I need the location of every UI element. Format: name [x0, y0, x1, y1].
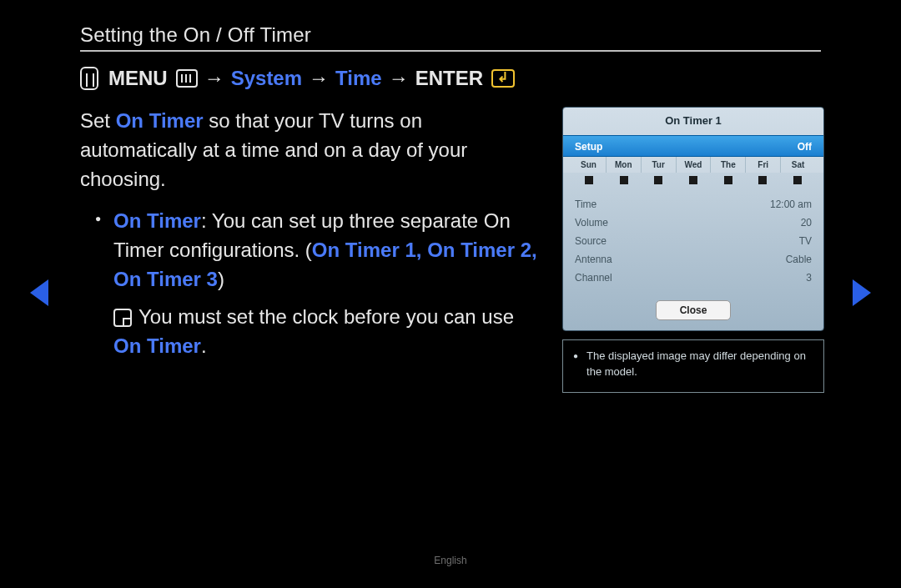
path-system: System: [231, 67, 302, 90]
bullet-text-b: ): [218, 268, 224, 290]
caption-text: The displayed image may differ depending…: [586, 349, 813, 380]
note-icon: [113, 309, 132, 327]
check-icon: [793, 176, 802, 184]
day-header: Mon: [607, 157, 642, 173]
menu-label: MENU: [108, 67, 168, 90]
enter-icon: [491, 69, 515, 88]
path-time: Time: [335, 67, 382, 90]
setup-row[interactable]: Setup Off: [563, 135, 823, 157]
note-pre: You must set the clock before you can us…: [138, 305, 514, 328]
row-label: Volume: [575, 217, 608, 229]
row-volume[interactable]: Volume20: [575, 214, 812, 232]
row-value: 20: [801, 217, 812, 229]
arrow-icon: →: [204, 67, 224, 90]
body-text: Set On Timer so that your TV turns on au…: [80, 107, 537, 393]
day-check[interactable]: [641, 173, 676, 187]
row-label: Time: [575, 199, 596, 210]
row-label: Source: [575, 235, 607, 247]
setup-value: Off: [798, 136, 812, 156]
row-label: Antenna: [575, 254, 612, 265]
day-check[interactable]: [780, 173, 815, 187]
check-icon: [758, 176, 767, 184]
menu-path: MENU → System → Time → ENTER: [80, 67, 821, 90]
day-header: Fri: [746, 157, 781, 173]
row-time[interactable]: Time12:00 am: [575, 195, 812, 214]
menu-grid-icon: [176, 69, 198, 88]
arrow-icon: →: [309, 67, 329, 90]
osd-icon: [80, 67, 98, 90]
row-label: Channel: [575, 272, 612, 284]
day-check[interactable]: [607, 173, 642, 187]
intro-on-timer: On Timer: [116, 109, 204, 132]
page-title: Setting the On / Off Timer: [80, 23, 821, 52]
day-check[interactable]: [676, 173, 711, 187]
bullet-label: On Timer: [113, 209, 201, 232]
row-antenna[interactable]: AntennaCable: [575, 250, 812, 269]
note-on-timer: On Timer: [113, 334, 201, 357]
day-check[interactable]: [571, 173, 607, 187]
row-channel[interactable]: Channel3: [575, 269, 812, 287]
enter-label: ENTER: [415, 67, 483, 90]
day-check[interactable]: [746, 173, 781, 187]
row-value: 3: [806, 272, 812, 284]
language-footer: English: [0, 555, 901, 566]
arrow-icon: →: [389, 67, 409, 90]
day-check[interactable]: [711, 173, 746, 187]
row-source[interactable]: SourceTV: [575, 232, 812, 250]
row-value: 12:00 am: [770, 199, 812, 210]
note-post: .: [201, 334, 207, 357]
bullet-on-timer: On Timer: You can set up three separate …: [95, 207, 537, 294]
row-value: Cable: [786, 254, 812, 265]
check-icon: [585, 176, 593, 184]
days-checks: [563, 173, 823, 192]
note-line: You must set the clock before you can us…: [95, 303, 537, 361]
intro-paragraph: Set On Timer so that your TV turns on au…: [80, 107, 537, 193]
check-icon: [620, 176, 628, 184]
dialog-title: On Timer 1: [563, 108, 823, 135]
image-caption: ● The displayed image may differ dependi…: [562, 339, 824, 393]
on-timer-dialog: On Timer 1 Setup Off Sun Mon Tur Wed The…: [562, 107, 824, 331]
check-icon: [724, 176, 732, 184]
next-page-arrow[interactable]: [853, 279, 871, 306]
close-button[interactable]: Close: [656, 300, 731, 320]
days-header: Sun Mon Tur Wed The Fri Sat: [563, 157, 823, 173]
check-icon: [654, 176, 662, 184]
day-header: Tur: [642, 157, 677, 173]
dialog-rows: Time12:00 am Volume20 SourceTV AntennaCa…: [563, 192, 823, 295]
bullet-icon: ●: [573, 349, 578, 380]
check-icon: [689, 176, 697, 184]
intro-pre: Set: [80, 109, 116, 132]
row-value: TV: [799, 235, 812, 247]
day-header: Sun: [571, 157, 607, 173]
prev-page-arrow[interactable]: [30, 279, 48, 306]
day-header: Sat: [781, 157, 815, 173]
day-header: The: [711, 157, 746, 173]
setup-label: Setup: [575, 136, 602, 156]
day-header: Wed: [677, 157, 712, 173]
